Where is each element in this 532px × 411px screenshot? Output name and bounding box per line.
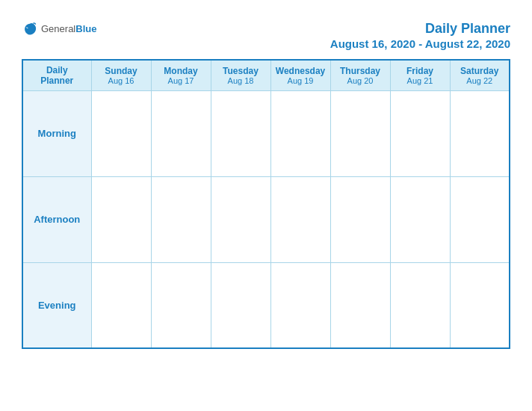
row-label-evening: Evening bbox=[22, 262, 91, 348]
col-header-monday: Monday Aug 17 bbox=[151, 60, 211, 91]
cell-morning-sunday[interactable] bbox=[91, 90, 151, 176]
table-row-evening: Evening bbox=[22, 262, 510, 348]
col-label-day: Daily bbox=[26, 65, 88, 75]
table-row-morning: Morning bbox=[22, 90, 510, 176]
cell-evening-sunday[interactable] bbox=[91, 262, 151, 348]
header: GeneralBlue Daily Planner August 16, 202… bbox=[22, 21, 510, 50]
cell-afternoon-tuesday[interactable] bbox=[211, 176, 270, 262]
cell-evening-saturday[interactable] bbox=[450, 262, 510, 348]
cell-morning-friday[interactable] bbox=[390, 90, 450, 176]
table-header: Daily Planner Sunday Aug 16 Monday Aug 1… bbox=[22, 60, 510, 91]
logo-bird-icon bbox=[22, 21, 38, 37]
logo-text: GeneralBlue bbox=[41, 23, 96, 35]
table-row-afternoon: Afternoon bbox=[22, 176, 510, 262]
cell-morning-wednesday[interactable] bbox=[270, 90, 330, 176]
col-label-day2: Planner bbox=[26, 75, 88, 86]
cell-afternoon-thursday[interactable] bbox=[330, 176, 390, 262]
logo: GeneralBlue bbox=[22, 21, 96, 37]
title-block: Daily Planner August 16, 2020 - August 2… bbox=[330, 21, 510, 50]
cell-evening-friday[interactable] bbox=[390, 262, 450, 348]
planner-title: Daily Planner bbox=[330, 21, 510, 37]
cell-evening-wednesday[interactable] bbox=[270, 262, 330, 348]
cell-afternoon-friday[interactable] bbox=[390, 176, 450, 262]
planner-dates: August 16, 2020 - August 22, 2020 bbox=[330, 37, 510, 50]
cell-afternoon-sunday[interactable] bbox=[91, 176, 151, 262]
cell-morning-thursday[interactable] bbox=[330, 90, 390, 176]
cell-morning-monday[interactable] bbox=[151, 90, 211, 176]
col-header-tuesday: Tuesday Aug 18 bbox=[211, 60, 270, 91]
col-header-sunday: Sunday Aug 16 bbox=[91, 60, 151, 91]
col-header-friday: Friday Aug 21 bbox=[390, 60, 450, 91]
cell-afternoon-saturday[interactable] bbox=[450, 176, 510, 262]
cell-evening-tuesday[interactable] bbox=[211, 262, 270, 348]
logo-general: General bbox=[41, 23, 75, 34]
cell-afternoon-monday[interactable] bbox=[151, 176, 211, 262]
page: GeneralBlue Daily Planner August 16, 202… bbox=[8, 7, 524, 404]
col-header-thursday: Thursday Aug 20 bbox=[330, 60, 390, 91]
row-label-afternoon: Afternoon bbox=[22, 176, 91, 262]
planner-table: Daily Planner Sunday Aug 16 Monday Aug 1… bbox=[22, 59, 510, 350]
col-header-label: Daily Planner bbox=[22, 60, 91, 91]
header-row: Daily Planner Sunday Aug 16 Monday Aug 1… bbox=[22, 60, 510, 91]
cell-evening-thursday[interactable] bbox=[330, 262, 390, 348]
col-header-wednesday: Wednesday Aug 19 bbox=[270, 60, 330, 91]
cell-morning-saturday[interactable] bbox=[450, 90, 510, 176]
cell-afternoon-wednesday[interactable] bbox=[270, 176, 330, 262]
cell-morning-tuesday[interactable] bbox=[211, 90, 270, 176]
cell-evening-monday[interactable] bbox=[151, 262, 211, 348]
table-body: Morning Afternoon Evening bbox=[22, 90, 510, 348]
logo-blue: Blue bbox=[75, 23, 96, 34]
col-header-saturday: Saturday Aug 22 bbox=[450, 60, 510, 91]
row-label-morning: Morning bbox=[22, 90, 91, 176]
